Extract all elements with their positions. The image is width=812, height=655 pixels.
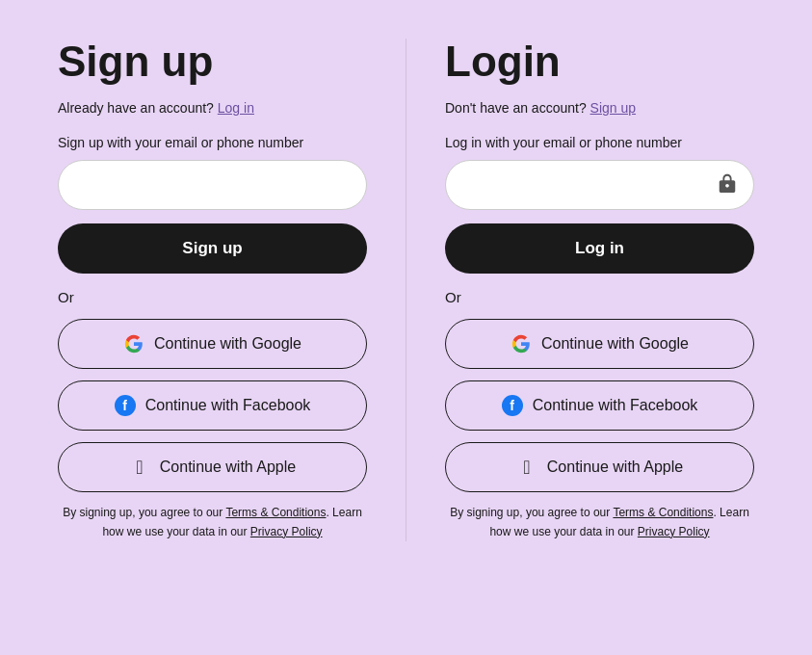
login-panel: Login Don't have an account? Sign up Log… <box>416 39 783 541</box>
login-apple-button[interactable]:  Continue with Apple <box>445 442 754 492</box>
facebook-icon-login: f <box>502 395 523 416</box>
login-privacy-link[interactable]: Privacy Policy <box>638 525 710 538</box>
login-signup-link[interactable]: Sign up <box>590 100 636 116</box>
signup-or-label: Or <box>58 289 367 305</box>
signup-email-input[interactable] <box>74 177 351 194</box>
signup-terms: By signing up, you agree to our Terms & … <box>58 504 367 540</box>
signup-title: Sign up <box>58 39 367 85</box>
login-terms: By signing up, you agree to our Terms & … <box>445 504 754 540</box>
signup-terms-link[interactable]: Terms & Conditions <box>225 506 326 519</box>
signup-subtitle: Already have an account? Log in <box>58 100 367 116</box>
login-google-button[interactable]: Continue with Google <box>445 319 754 369</box>
signup-apple-label: Continue with Apple <box>160 458 296 476</box>
page-container: Sign up Already have an account? Log in … <box>0 0 812 580</box>
login-email-wrapper <box>445 160 754 210</box>
apple-icon-login:  <box>516 457 537 478</box>
signup-apple-button[interactable]:  Continue with Apple <box>58 442 367 492</box>
login-apple-label: Continue with Apple <box>547 458 683 476</box>
login-or-label: Or <box>445 289 754 305</box>
login-button[interactable]: Log in <box>445 223 754 274</box>
signup-input-label: Sign up with your email or phone number <box>58 135 367 150</box>
login-facebook-label: Continue with Facebook <box>533 397 698 414</box>
login-facebook-button[interactable]: f Continue with Facebook <box>445 380 754 431</box>
apple-icon:  <box>129 457 150 478</box>
lock-icon <box>717 172 738 198</box>
login-google-label: Continue with Google <box>541 335 689 353</box>
signup-email-wrapper <box>58 160 367 210</box>
login-title: Login <box>445 39 754 85</box>
panel-divider <box>406 39 406 541</box>
signup-panel: Sign up Already have an account? Log in … <box>29 39 396 541</box>
login-terms-link[interactable]: Terms & Conditions <box>613 506 713 519</box>
login-email-input[interactable] <box>461 177 717 194</box>
facebook-icon: f <box>115 395 136 416</box>
signup-button[interactable]: Sign up <box>58 223 367 274</box>
login-input-label: Log in with your email or phone number <box>445 135 754 150</box>
signup-facebook-button[interactable]: f Continue with Facebook <box>58 380 367 431</box>
signup-google-label: Continue with Google <box>154 335 301 353</box>
google-icon <box>123 333 144 354</box>
signup-google-button[interactable]: Continue with Google <box>58 319 367 369</box>
login-subtitle: Don't have an account? Sign up <box>445 100 754 116</box>
signup-login-link[interactable]: Log in <box>218 100 254 116</box>
signup-privacy-link[interactable]: Privacy Policy <box>250 525 323 538</box>
google-icon-login <box>511 333 532 354</box>
signup-facebook-label: Continue with Facebook <box>145 397 311 414</box>
